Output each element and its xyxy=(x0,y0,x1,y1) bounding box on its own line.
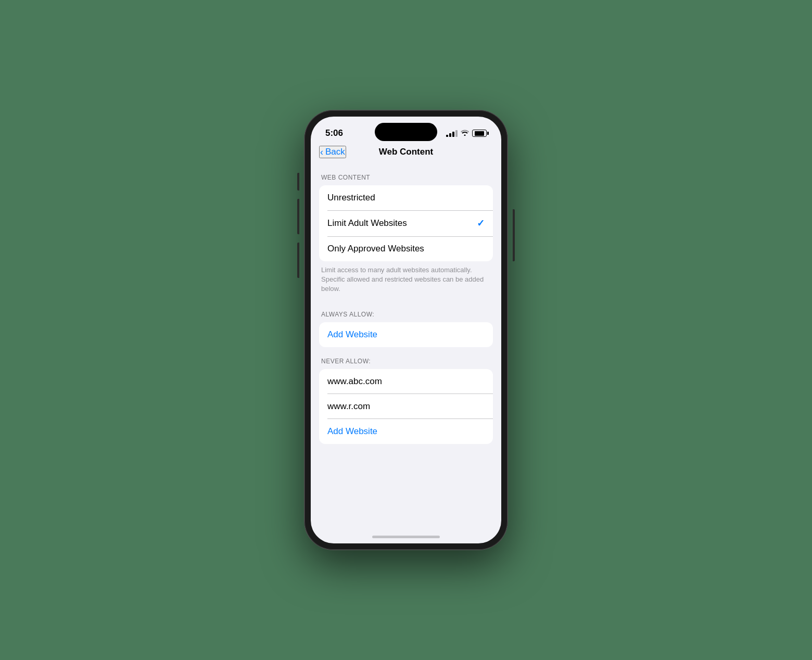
power-button[interactable] xyxy=(513,209,515,261)
always-allow-add-website[interactable]: Add Website xyxy=(319,322,493,347)
chevron-left-icon: ‹ xyxy=(320,147,323,157)
never-allow-card: www.abc.com www.r.com Add Website xyxy=(319,369,493,444)
option-only-approved-label: Only Approved Websites xyxy=(327,244,424,254)
page-title: Web Content xyxy=(379,147,434,157)
phone-frame: 5:06 xyxy=(304,110,508,550)
battery-icon xyxy=(472,130,487,137)
home-indicator xyxy=(372,536,440,538)
signal-icon xyxy=(446,130,458,137)
never-allow-item-abc[interactable]: www.abc.com xyxy=(319,369,493,394)
never-allow-add-website[interactable]: Add Website xyxy=(319,419,493,444)
web-content-section-header: WEB CONTENT xyxy=(321,174,491,181)
option-limit-adult-label: Limit Adult Websites xyxy=(327,218,407,229)
content-area: WEB CONTENT Unrestricted Limit Adult Web… xyxy=(311,163,501,523)
option-unrestricted-label: Unrestricted xyxy=(327,193,375,203)
always-allow-header: ALWAYS ALLOW: xyxy=(321,311,491,318)
back-label: Back xyxy=(325,147,345,157)
status-time: 5:06 xyxy=(325,128,343,138)
option-only-approved[interactable]: Only Approved Websites xyxy=(319,236,493,261)
mute-button[interactable] xyxy=(297,173,299,191)
volume-up-button[interactable] xyxy=(297,199,299,234)
selected-checkmark: ✓ xyxy=(477,218,485,229)
option-unrestricted[interactable]: Unrestricted xyxy=(319,185,493,210)
volume-down-button[interactable] xyxy=(297,243,299,278)
option-limit-adult[interactable]: Limit Adult Websites ✓ xyxy=(319,210,493,236)
never-allow-add-button[interactable]: Add Website xyxy=(327,426,485,437)
dynamic-island xyxy=(375,123,437,141)
status-icons xyxy=(446,129,487,137)
wifi-icon xyxy=(461,129,469,137)
never-allow-url-r: www.r.com xyxy=(327,401,370,412)
always-allow-card: Add Website xyxy=(319,322,493,347)
back-button[interactable]: ‹ Back xyxy=(319,146,346,158)
web-content-description: Limit access to many adult websites auto… xyxy=(319,261,493,300)
never-allow-item-r[interactable]: www.r.com xyxy=(319,394,493,419)
never-allow-url-abc: www.abc.com xyxy=(327,376,382,387)
navigation-bar: ‹ Back Web Content xyxy=(311,143,501,163)
always-allow-add-button[interactable]: Add Website xyxy=(327,329,485,340)
never-allow-header: NEVER ALLOW: xyxy=(321,358,491,365)
phone-screen: 5:06 xyxy=(311,117,501,543)
web-content-options-card: Unrestricted Limit Adult Websites ✓ Only… xyxy=(319,185,493,261)
